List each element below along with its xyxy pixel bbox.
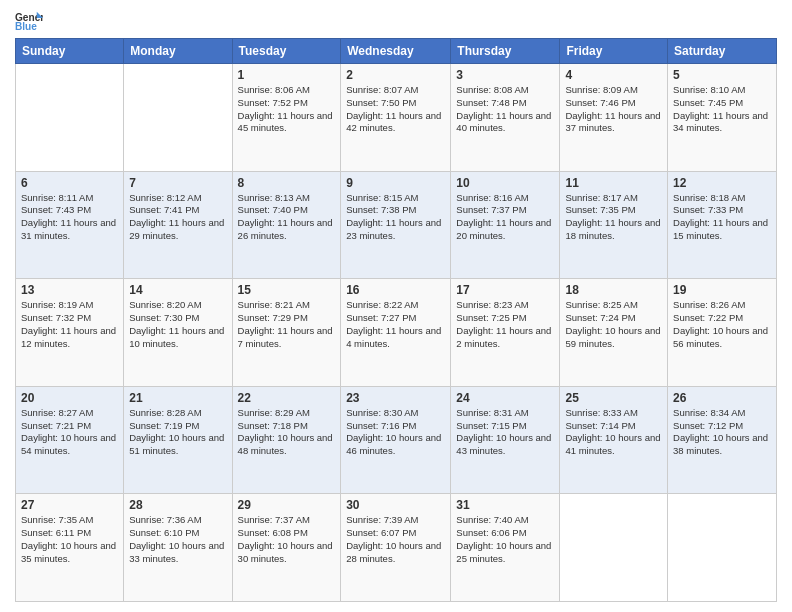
day-number: 19 (673, 283, 771, 297)
day-cell: 23Sunrise: 8:30 AM Sunset: 7:16 PM Dayli… (341, 386, 451, 494)
week-row-5: 27Sunrise: 7:35 AM Sunset: 6:11 PM Dayli… (16, 494, 777, 602)
weekday-header-thursday: Thursday (451, 39, 560, 64)
weekday-header-tuesday: Tuesday (232, 39, 341, 64)
day-info: Sunrise: 8:16 AM Sunset: 7:37 PM Dayligh… (456, 192, 554, 243)
day-number: 20 (21, 391, 118, 405)
day-cell: 8Sunrise: 8:13 AM Sunset: 7:40 PM Daylig… (232, 171, 341, 279)
day-cell: 12Sunrise: 8:18 AM Sunset: 7:33 PM Dayli… (668, 171, 777, 279)
day-number: 18 (565, 283, 662, 297)
day-info: Sunrise: 8:19 AM Sunset: 7:32 PM Dayligh… (21, 299, 118, 350)
day-cell: 18Sunrise: 8:25 AM Sunset: 7:24 PM Dayli… (560, 279, 668, 387)
day-number: 10 (456, 176, 554, 190)
day-info: Sunrise: 8:28 AM Sunset: 7:19 PM Dayligh… (129, 407, 226, 458)
day-cell: 25Sunrise: 8:33 AM Sunset: 7:14 PM Dayli… (560, 386, 668, 494)
day-cell: 26Sunrise: 8:34 AM Sunset: 7:12 PM Dayli… (668, 386, 777, 494)
day-number: 1 (238, 68, 336, 82)
day-cell: 7Sunrise: 8:12 AM Sunset: 7:41 PM Daylig… (124, 171, 232, 279)
day-cell: 28Sunrise: 7:36 AM Sunset: 6:10 PM Dayli… (124, 494, 232, 602)
day-info: Sunrise: 8:23 AM Sunset: 7:25 PM Dayligh… (456, 299, 554, 350)
day-number: 21 (129, 391, 226, 405)
weekday-header-friday: Friday (560, 39, 668, 64)
day-number: 4 (565, 68, 662, 82)
day-number: 31 (456, 498, 554, 512)
day-info: Sunrise: 8:34 AM Sunset: 7:12 PM Dayligh… (673, 407, 771, 458)
day-info: Sunrise: 8:27 AM Sunset: 7:21 PM Dayligh… (21, 407, 118, 458)
day-info: Sunrise: 8:33 AM Sunset: 7:14 PM Dayligh… (565, 407, 662, 458)
day-cell: 15Sunrise: 8:21 AM Sunset: 7:29 PM Dayli… (232, 279, 341, 387)
day-number: 8 (238, 176, 336, 190)
day-number: 3 (456, 68, 554, 82)
day-number: 28 (129, 498, 226, 512)
day-cell: 14Sunrise: 8:20 AM Sunset: 7:30 PM Dayli… (124, 279, 232, 387)
day-cell: 3Sunrise: 8:08 AM Sunset: 7:48 PM Daylig… (451, 64, 560, 172)
day-number: 25 (565, 391, 662, 405)
day-number: 15 (238, 283, 336, 297)
day-info: Sunrise: 7:40 AM Sunset: 6:06 PM Dayligh… (456, 514, 554, 565)
day-info: Sunrise: 8:21 AM Sunset: 7:29 PM Dayligh… (238, 299, 336, 350)
day-cell: 9Sunrise: 8:15 AM Sunset: 7:38 PM Daylig… (341, 171, 451, 279)
week-row-4: 20Sunrise: 8:27 AM Sunset: 7:21 PM Dayli… (16, 386, 777, 494)
day-info: Sunrise: 8:08 AM Sunset: 7:48 PM Dayligh… (456, 84, 554, 135)
day-number: 11 (565, 176, 662, 190)
day-cell: 5Sunrise: 8:10 AM Sunset: 7:45 PM Daylig… (668, 64, 777, 172)
day-number: 26 (673, 391, 771, 405)
day-cell: 27Sunrise: 7:35 AM Sunset: 6:11 PM Dayli… (16, 494, 124, 602)
day-number: 24 (456, 391, 554, 405)
day-cell: 22Sunrise: 8:29 AM Sunset: 7:18 PM Dayli… (232, 386, 341, 494)
day-cell (560, 494, 668, 602)
day-number: 17 (456, 283, 554, 297)
logo-icon: General Blue (15, 10, 43, 32)
day-info: Sunrise: 8:15 AM Sunset: 7:38 PM Dayligh… (346, 192, 445, 243)
day-info: Sunrise: 8:30 AM Sunset: 7:16 PM Dayligh… (346, 407, 445, 458)
day-info: Sunrise: 8:06 AM Sunset: 7:52 PM Dayligh… (238, 84, 336, 135)
day-number: 6 (21, 176, 118, 190)
day-cell (16, 64, 124, 172)
day-info: Sunrise: 8:22 AM Sunset: 7:27 PM Dayligh… (346, 299, 445, 350)
day-info: Sunrise: 7:35 AM Sunset: 6:11 PM Dayligh… (21, 514, 118, 565)
day-cell: 16Sunrise: 8:22 AM Sunset: 7:27 PM Dayli… (341, 279, 451, 387)
day-cell (124, 64, 232, 172)
header: General Blue (15, 10, 777, 32)
day-cell (668, 494, 777, 602)
weekday-header-monday: Monday (124, 39, 232, 64)
day-cell: 2Sunrise: 8:07 AM Sunset: 7:50 PM Daylig… (341, 64, 451, 172)
day-number: 13 (21, 283, 118, 297)
day-info: Sunrise: 8:29 AM Sunset: 7:18 PM Dayligh… (238, 407, 336, 458)
day-number: 23 (346, 391, 445, 405)
day-cell: 31Sunrise: 7:40 AM Sunset: 6:06 PM Dayli… (451, 494, 560, 602)
day-number: 12 (673, 176, 771, 190)
day-info: Sunrise: 8:07 AM Sunset: 7:50 PM Dayligh… (346, 84, 445, 135)
day-info: Sunrise: 8:11 AM Sunset: 7:43 PM Dayligh… (21, 192, 118, 243)
weekday-header-saturday: Saturday (668, 39, 777, 64)
day-number: 2 (346, 68, 445, 82)
day-cell: 29Sunrise: 7:37 AM Sunset: 6:08 PM Dayli… (232, 494, 341, 602)
day-info: Sunrise: 8:13 AM Sunset: 7:40 PM Dayligh… (238, 192, 336, 243)
day-info: Sunrise: 8:31 AM Sunset: 7:15 PM Dayligh… (456, 407, 554, 458)
day-cell: 13Sunrise: 8:19 AM Sunset: 7:32 PM Dayli… (16, 279, 124, 387)
calendar-table: SundayMondayTuesdayWednesdayThursdayFrid… (15, 38, 777, 602)
day-cell: 30Sunrise: 7:39 AM Sunset: 6:07 PM Dayli… (341, 494, 451, 602)
weekday-header-row: SundayMondayTuesdayWednesdayThursdayFrid… (16, 39, 777, 64)
day-cell: 10Sunrise: 8:16 AM Sunset: 7:37 PM Dayli… (451, 171, 560, 279)
day-number: 30 (346, 498, 445, 512)
day-number: 7 (129, 176, 226, 190)
week-row-2: 6Sunrise: 8:11 AM Sunset: 7:43 PM Daylig… (16, 171, 777, 279)
day-info: Sunrise: 8:26 AM Sunset: 7:22 PM Dayligh… (673, 299, 771, 350)
week-row-1: 1Sunrise: 8:06 AM Sunset: 7:52 PM Daylig… (16, 64, 777, 172)
calendar-page: General Blue SundayMondayTuesdayWednesda… (0, 0, 792, 612)
day-info: Sunrise: 8:09 AM Sunset: 7:46 PM Dayligh… (565, 84, 662, 135)
day-cell: 1Sunrise: 8:06 AM Sunset: 7:52 PM Daylig… (232, 64, 341, 172)
logo: General Blue (15, 10, 47, 32)
day-info: Sunrise: 8:20 AM Sunset: 7:30 PM Dayligh… (129, 299, 226, 350)
day-cell: 4Sunrise: 8:09 AM Sunset: 7:46 PM Daylig… (560, 64, 668, 172)
weekday-header-sunday: Sunday (16, 39, 124, 64)
day-info: Sunrise: 8:10 AM Sunset: 7:45 PM Dayligh… (673, 84, 771, 135)
day-info: Sunrise: 8:12 AM Sunset: 7:41 PM Dayligh… (129, 192, 226, 243)
day-cell: 11Sunrise: 8:17 AM Sunset: 7:35 PM Dayli… (560, 171, 668, 279)
day-cell: 21Sunrise: 8:28 AM Sunset: 7:19 PM Dayli… (124, 386, 232, 494)
day-cell: 17Sunrise: 8:23 AM Sunset: 7:25 PM Dayli… (451, 279, 560, 387)
day-cell: 24Sunrise: 8:31 AM Sunset: 7:15 PM Dayli… (451, 386, 560, 494)
day-info: Sunrise: 8:17 AM Sunset: 7:35 PM Dayligh… (565, 192, 662, 243)
svg-text:Blue: Blue (15, 21, 37, 32)
day-number: 29 (238, 498, 336, 512)
